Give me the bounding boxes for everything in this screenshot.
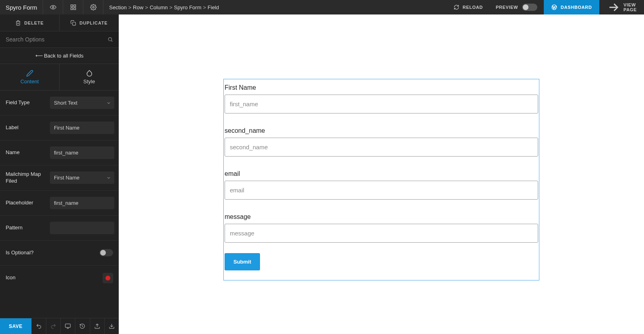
delete-label: DELETE (24, 21, 44, 25)
tab-style-label: Style (83, 78, 95, 85)
search-row (0, 31, 119, 48)
select-value: First Name (54, 175, 80, 181)
copy-icon (70, 20, 76, 26)
option-label: Is Optional? (6, 249, 50, 256)
tab-content-label: Content (21, 78, 39, 85)
breadcrumb-item[interactable]: Field (208, 4, 219, 10)
search-icon (107, 37, 113, 42)
duplicate-button[interactable]: DUPLICATE (60, 14, 119, 31)
delete-button[interactable]: DELETE (0, 14, 60, 31)
pattern-input[interactable] (50, 222, 114, 234)
wordpress-icon (551, 4, 557, 10)
form-field: First Name (224, 79, 539, 122)
upload-icon (94, 323, 100, 329)
option-label: Pattern (6, 225, 50, 231)
field-label: second_name (224, 122, 539, 138)
field-input-first-name[interactable] (225, 95, 538, 113)
icon-picker[interactable] (103, 273, 113, 283)
download-icon (109, 323, 115, 329)
dashboard-button[interactable]: DASHBOARD (544, 0, 599, 14)
export-button[interactable] (90, 318, 104, 334)
gear-icon (90, 4, 97, 10)
option-placeholder: Placeholder (0, 191, 119, 216)
select-value: Short Text (54, 100, 77, 106)
canvas[interactable]: First Name second_name email message Sub… (119, 14, 644, 334)
reload-button[interactable]: RELOAD (447, 0, 489, 14)
redo-button[interactable] (46, 318, 60, 334)
mailchimp-select[interactable]: First Name (50, 171, 114, 184)
breadcrumb-item[interactable]: Spyro Form (174, 4, 201, 10)
sidebar-footer: SAVE (0, 318, 119, 334)
desktop-icon (65, 323, 71, 329)
svg-rect-8 (66, 324, 71, 328)
grid-icon (70, 4, 76, 10)
chevron-down-icon (106, 175, 111, 180)
form-field: message (224, 208, 539, 252)
settings-button[interactable] (83, 0, 103, 14)
svg-rect-3 (71, 8, 73, 10)
back-link[interactable]: ⟵ Back to all Fields (0, 48, 119, 64)
preview-toggle[interactable]: PREVIEW (489, 0, 544, 14)
pencil-icon (26, 70, 33, 77)
top-bar: Spyro Form Section> Row> Column> Spyro F… (0, 0, 644, 14)
view-page-label: VIEW PAGE (623, 2, 637, 12)
field-input-second-name[interactable] (225, 138, 538, 157)
trash-icon (15, 20, 21, 26)
sidebar: DELETE DUPLICATE ⟵ Back to all Fields Co… (0, 14, 119, 334)
breadcrumb-item[interactable]: Section (109, 4, 126, 10)
tab-style[interactable]: Style (60, 64, 119, 90)
field-label: email (224, 165, 539, 181)
breadcrumb-item[interactable]: Column (150, 4, 168, 10)
page-title: Spyro Form (0, 0, 43, 14)
preview-label: PREVIEW (496, 5, 518, 10)
reload-icon (454, 4, 459, 10)
svg-point-7 (108, 37, 111, 41)
option-label: Field Type (6, 99, 50, 106)
responsive-button[interactable] (60, 318, 75, 334)
label-input[interactable] (50, 122, 114, 134)
option-field-type: Field Type Short Text (0, 91, 119, 115)
visibility-button[interactable] (43, 0, 63, 14)
option-label: Placeholder (6, 200, 50, 206)
grid-button[interactable] (63, 0, 83, 14)
arrow-left-icon: ⟵ (35, 53, 43, 59)
redo-icon (50, 323, 56, 329)
option-label-field: Label (0, 115, 119, 140)
save-button[interactable]: SAVE (0, 318, 31, 334)
option-label: Name (6, 149, 50, 156)
optional-toggle[interactable] (99, 249, 113, 256)
history-button[interactable] (75, 318, 89, 334)
svg-rect-6 (73, 22, 76, 25)
svg-point-5 (93, 6, 94, 8)
svg-rect-4 (74, 8, 76, 10)
name-input[interactable] (50, 146, 114, 159)
field-input-message[interactable] (225, 224, 538, 243)
view-page-button[interactable]: VIEW PAGE (599, 0, 644, 14)
option-pattern: Pattern (0, 216, 119, 241)
breadcrumb-item[interactable]: Row (133, 4, 143, 10)
import-button[interactable] (104, 318, 119, 334)
toggle-track (522, 4, 537, 11)
field-type-select[interactable]: Short Text (50, 97, 114, 109)
undo-button[interactable] (31, 318, 46, 334)
option-name: Name (0, 140, 119, 165)
form-element[interactable]: First Name second_name email message Sub… (223, 79, 539, 280)
tab-content[interactable]: Content (0, 64, 60, 90)
back-label: Back to all Fields (44, 53, 83, 59)
option-optional: Is Optional? (0, 241, 119, 266)
breadcrumb: Section> Row> Column> Spyro Form> Field (103, 0, 225, 14)
reload-label: RELOAD (462, 5, 483, 10)
dashboard-label: DASHBOARD (561, 5, 592, 10)
undo-icon (36, 323, 42, 329)
option-label: Mailchimp Map Filed (6, 171, 50, 185)
submit-button[interactable]: Submit (225, 253, 260, 270)
placeholder-input[interactable] (50, 197, 114, 209)
duplicate-label: DUPLICATE (79, 21, 107, 25)
option-label: Label (6, 124, 50, 131)
field-label: First Name (224, 79, 539, 95)
svg-point-0 (52, 6, 54, 8)
field-input-email[interactable] (225, 181, 538, 200)
option-mailchimp: Mailchimp Map Filed First Name (0, 165, 119, 191)
field-label: message (224, 208, 539, 224)
search-input[interactable] (0, 31, 119, 47)
